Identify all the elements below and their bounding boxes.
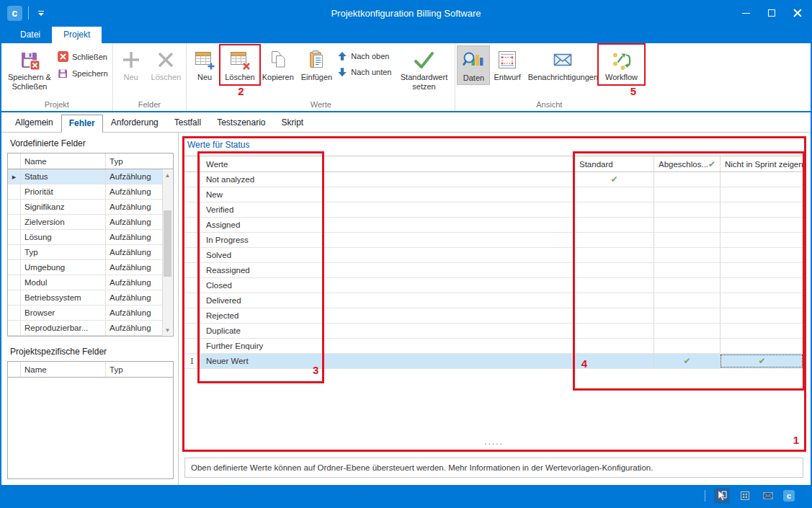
abgeschlossen-check-cell[interactable] — [653, 172, 720, 187]
nach-oben-button[interactable]: Nach oben — [337, 51, 391, 61]
value-cell[interactable]: In Progress — [200, 233, 574, 247]
standard-check-cell[interactable] — [574, 248, 653, 262]
value-cell[interactable]: Verified — [200, 202, 574, 217]
nicht-in-sprint-check-cell[interactable] — [720, 248, 803, 262]
column-header-typ[interactable]: Typ — [106, 153, 173, 169]
nicht-in-sprint-check-cell[interactable] — [720, 233, 803, 247]
value-row[interactable]: Verified — [184, 202, 803, 218]
document-tab[interactable]: Allgemein — [7, 114, 61, 132]
standard-check-cell[interactable] — [574, 354, 653, 368]
column-header-nicht-in-sprint[interactable]: Nicht in Sprint zeigen — [720, 156, 803, 171]
value-row[interactable]: Duplicate — [184, 324, 803, 339]
abgeschlossen-check-cell[interactable] — [653, 293, 720, 308]
document-tab[interactable]: Testfall — [166, 114, 209, 132]
abgeschlossen-check-cell[interactable] — [653, 218, 720, 232]
entwurf-button[interactable]: Entwurf — [490, 45, 524, 84]
column-header-standard[interactable]: Standard — [574, 156, 653, 171]
value-cell[interactable]: Further Enquiry — [200, 339, 574, 353]
column-header-abgeschlossen[interactable]: Abgeschlos... — [653, 156, 720, 171]
value-cell[interactable]: Neuer Wert — [200, 354, 574, 368]
standard-check-cell[interactable] — [574, 233, 653, 247]
abgeschlossen-check-cell[interactable] — [653, 187, 720, 202]
abgeschlossen-check-cell[interactable] — [653, 248, 720, 262]
value-cell[interactable]: Not analyzed — [200, 172, 574, 187]
save-project-button[interactable]: Speichern — [58, 68, 108, 79]
mail-status-icon[interactable] — [760, 488, 776, 504]
einfuegen-button[interactable]: Einfügen — [298, 45, 336, 84]
abgeschlossen-check-cell[interactable] — [653, 278, 720, 293]
value-row[interactable]: Not analyzed — [184, 172, 803, 187]
column-header-name[interactable]: Name — [21, 362, 106, 377]
quick-access-dropdown-icon[interactable] — [36, 11, 46, 16]
value-row[interactable]: Reassigned — [184, 263, 803, 278]
value-row[interactable]: Solved — [184, 248, 803, 263]
column-header-typ[interactable]: Typ — [106, 362, 173, 377]
pointer-mode-icon[interactable] — [714, 488, 730, 504]
value-cell[interactable]: Duplicate — [200, 324, 574, 338]
scrollbar-down-icon[interactable]: ▼ — [163, 325, 172, 335]
value-row[interactable]: Delivered — [184, 293, 803, 308]
value-cell[interactable]: Closed — [200, 278, 574, 293]
scrollbar-thumb[interactable] — [164, 210, 171, 277]
value-row[interactable]: Neuer Wert — [184, 354, 803, 369]
value-cell[interactable]: Reassigned — [200, 263, 574, 277]
value-cell[interactable]: Assigned — [200, 218, 574, 232]
abgeschlossen-check-cell[interactable] — [653, 339, 720, 353]
document-tab[interactable]: Anforderung — [103, 114, 166, 132]
field-row[interactable]: Umgebung Aufzählung — [8, 260, 162, 275]
field-row[interactable]: Betriebssystem Aufzählung — [8, 290, 162, 306]
nicht-in-sprint-check-cell[interactable] — [720, 263, 803, 277]
minimize-button[interactable] — [733, 3, 759, 23]
field-row[interactable]: Status Aufzählung — [8, 169, 162, 184]
werte-neu-button[interactable]: Neu — [188, 45, 221, 84]
nicht-in-sprint-check-cell[interactable] — [720, 172, 803, 187]
standard-check-cell[interactable] — [574, 263, 653, 277]
nach-unten-button[interactable]: Nach unten — [337, 67, 391, 77]
daten-button[interactable]: Daten — [457, 45, 490, 85]
field-row[interactable]: Browser Aufzählung — [8, 306, 162, 321]
benachrichtigungen-button[interactable]: Benachrichtigungen — [525, 45, 602, 84]
column-header-werte[interactable]: Werte — [200, 156, 574, 171]
field-row[interactable]: Signifikanz Aufzählung — [8, 200, 162, 215]
field-row[interactable]: Priorität Aufzählung — [8, 184, 162, 200]
standard-check-cell[interactable] — [574, 202, 653, 217]
value-cell[interactable]: Solved — [200, 248, 574, 262]
abgeschlossen-check-cell[interactable] — [653, 263, 720, 277]
app-logo-small-icon[interactable]: c — [783, 490, 795, 502]
document-tab[interactable]: Testszenario — [209, 114, 273, 132]
workflow-button[interactable]: Workflow 5 — [602, 45, 641, 84]
werte-loeschen-button[interactable]: Löschen 2 — [221, 45, 259, 84]
close-button[interactable] — [785, 3, 811, 23]
value-cell[interactable]: Delivered — [200, 293, 574, 308]
column-header-name[interactable]: Name — [21, 153, 106, 169]
abgeschlossen-check-cell[interactable] — [653, 354, 720, 368]
value-cell[interactable]: New — [200, 187, 574, 202]
field-row[interactable]: Zielversion Aufzählung — [8, 215, 162, 230]
felder-loeschen-button[interactable]: Löschen — [148, 45, 185, 84]
close-project-button[interactable]: Schließen — [58, 51, 108, 62]
standard-check-cell[interactable] — [574, 293, 653, 308]
nicht-in-sprint-check-cell[interactable] — [720, 202, 803, 217]
value-row[interactable]: New — [184, 187, 803, 202]
document-tab[interactable]: Skript — [274, 114, 312, 132]
standard-check-cell[interactable] — [574, 278, 653, 293]
abgeschlossen-check-cell[interactable] — [653, 233, 720, 247]
felder-neu-button[interactable]: Neu — [115, 45, 148, 84]
value-cell[interactable]: Rejected — [200, 308, 574, 323]
value-row[interactable]: Further Enquiry — [184, 339, 803, 354]
abgeschlossen-check-cell[interactable] — [653, 202, 720, 217]
field-row[interactable]: Typ Aufzählung — [8, 245, 162, 260]
value-row[interactable]: Assigned — [184, 218, 803, 233]
standardwert-setzen-button[interactable]: Standardwert setzen — [394, 45, 453, 93]
nicht-in-sprint-check-cell[interactable] — [720, 308, 803, 323]
nicht-in-sprint-check-cell[interactable] — [720, 293, 803, 308]
nicht-in-sprint-check-cell[interactable] — [720, 324, 803, 338]
grid-view-icon[interactable] — [737, 488, 753, 504]
abgeschlossen-check-cell[interactable] — [653, 324, 720, 338]
ribbon-tab-datei[interactable]: Datei — [9, 27, 52, 43]
field-row[interactable]: Modul Aufzählung — [8, 275, 162, 290]
standard-check-cell[interactable] — [574, 308, 653, 323]
kopieren-button[interactable]: Kopieren — [259, 45, 298, 84]
value-row[interactable]: Closed — [184, 278, 803, 293]
value-row[interactable]: In Progress — [184, 233, 803, 248]
